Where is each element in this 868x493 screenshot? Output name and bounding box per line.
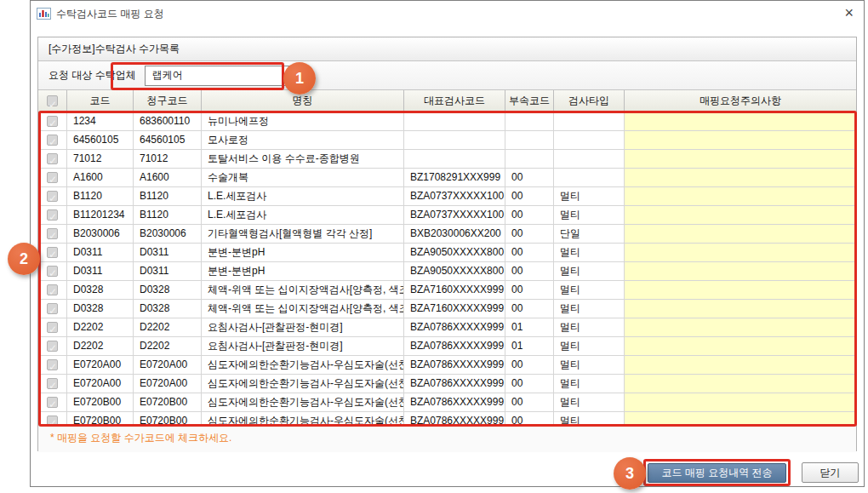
row-checkbox-icon[interactable] xyxy=(47,228,58,239)
col-header-bill_code[interactable]: 청구코드 xyxy=(134,90,202,112)
cell-note xyxy=(625,412,856,425)
row-checkbox-cell[interactable] xyxy=(38,281,67,299)
row-checkbox-cell[interactable] xyxy=(38,337,67,355)
cell-test_type: 멀티 xyxy=(554,412,625,425)
row-checkbox-cell[interactable] xyxy=(38,206,67,224)
row-checkbox-cell[interactable] xyxy=(38,356,67,374)
table-row[interactable]: B2030006B2030006기타혈액형검사[혈액형별 각각 산정]BXB20… xyxy=(38,225,856,244)
cell-name: 모사로정 xyxy=(202,131,404,149)
table-row[interactable]: D0328D0328체액-위액 또는 십이지장액검사[양측정, 색조BZA716… xyxy=(38,300,856,318)
cell-code: E0720B00 xyxy=(67,412,134,425)
table-row[interactable]: E0720B00E0720B00심도자에의한순환기능검사-우심도자술(선천성BZ… xyxy=(38,412,856,425)
row-checkbox-icon[interactable] xyxy=(47,247,58,258)
table-row[interactable]: 1234683600110뉴미나에프정 xyxy=(38,112,856,131)
table-row[interactable]: D0328D0328체액-위액 또는 십이지장액검사[양측정, 색조BZA716… xyxy=(38,281,856,300)
cell-code: E0720B00 xyxy=(67,393,134,411)
row-checkbox-cell[interactable] xyxy=(38,412,67,425)
row-checkbox-cell[interactable] xyxy=(38,393,67,411)
col-header-sub_code[interactable]: 부속코드 xyxy=(505,90,554,112)
row-checkbox-cell[interactable] xyxy=(38,225,67,243)
row-checkbox-icon[interactable] xyxy=(47,322,58,333)
col-header-test_type[interactable]: 검사타입 xyxy=(554,90,625,112)
cell-rep_code: BXB2030006XX200 xyxy=(404,225,505,243)
cell-bill_code: B1120 xyxy=(134,206,202,224)
col-header-note[interactable]: 매핑요청주의사항 xyxy=(625,90,856,112)
cell-name: 뉴미나에프정 xyxy=(202,112,404,130)
select-all-checkbox-cell[interactable] xyxy=(38,90,67,112)
cell-note xyxy=(625,150,856,168)
table-row[interactable]: D0311D0311분변-분변pHBZA9050XXXXX80000멀티 xyxy=(38,262,856,281)
cell-note xyxy=(625,281,856,299)
cell-test_type: 멀티 xyxy=(554,356,625,374)
annotation-badge-1: 1 xyxy=(283,62,316,95)
col-header-rep_code[interactable]: 대표검사코드 xyxy=(404,90,505,112)
row-checkbox-cell[interactable] xyxy=(38,244,67,261)
cell-rep_code xyxy=(404,112,505,130)
table-row[interactable]: B11201234B1120L.E.세포검사BZA0737XXXXX10000멀… xyxy=(38,206,856,225)
cell-name: L.E.세포검사 xyxy=(202,187,404,205)
table-row[interactable]: 6456010564560105모사로정 xyxy=(38,131,856,150)
row-checkbox-icon[interactable] xyxy=(47,284,58,295)
row-checkbox-icon[interactable] xyxy=(47,341,58,352)
cell-rep_code: BZ1708291XXX999 xyxy=(404,169,505,186)
table-row[interactable]: D0311D0311분변-분변pHBZA9050XXXXX80000멀티 xyxy=(38,244,856,262)
cell-note xyxy=(625,244,856,261)
row-checkbox-icon[interactable] xyxy=(47,416,58,425)
table-row[interactable]: E0720A00E0720A00심도자에의한순환기능검사-우심도자술(선천성BZ… xyxy=(38,375,856,393)
row-checkbox-icon[interactable] xyxy=(47,378,58,389)
cell-code: E0720A00 xyxy=(67,375,134,393)
row-checkbox-cell[interactable] xyxy=(38,112,67,130)
cell-bill_code: D0311 xyxy=(134,262,202,280)
row-checkbox-cell[interactable] xyxy=(38,150,67,168)
close-icon[interactable]: × xyxy=(844,4,854,21)
row-checkbox-icon[interactable] xyxy=(47,359,58,370)
table-row[interactable]: E0720A00E0720A00심도자에의한순환기능검사-우심도자술(선천성BZ… xyxy=(38,356,856,375)
row-checkbox-cell[interactable] xyxy=(38,187,67,205)
select-all-checkbox-icon[interactable] xyxy=(47,95,58,106)
row-checkbox-cell[interactable] xyxy=(38,262,67,280)
cell-sub_code: 01 xyxy=(505,318,554,336)
row-checkbox-cell[interactable] xyxy=(38,375,67,393)
row-checkbox-icon[interactable] xyxy=(47,397,58,408)
cell-name: 분변-분변pH xyxy=(202,244,404,261)
cell-sub_code: 00 xyxy=(505,262,554,280)
cell-sub_code: 00 xyxy=(505,375,554,393)
table-row[interactable]: D2202D2202요침사검사-[관찰판정-현미경]BZA0786XXXXX99… xyxy=(38,337,856,356)
row-checkbox-cell[interactable] xyxy=(38,318,67,336)
cell-note xyxy=(625,225,856,243)
row-checkbox-icon[interactable] xyxy=(47,303,58,314)
cell-note xyxy=(625,206,856,224)
table-row[interactable]: B1120B1120L.E.세포검사BZA0737XXXXX10000멀티 xyxy=(38,187,856,206)
row-checkbox-cell[interactable] xyxy=(38,131,67,149)
table-row[interactable]: E0720B00E0720B00심도자에의한순환기능검사-우심도자술(선천성BZ… xyxy=(38,393,856,412)
cell-sub_code: 00 xyxy=(505,393,554,411)
row-checkbox-cell[interactable] xyxy=(38,169,67,186)
cell-note xyxy=(625,318,856,336)
row-checkbox-icon[interactable] xyxy=(47,191,58,202)
table-row[interactable]: D2202D2202요침사검사-[관찰판정-현미경]BZA0786XXXXX99… xyxy=(38,318,856,337)
row-checkbox-icon[interactable] xyxy=(47,135,58,146)
send-mapping-request-button[interactable]: 코드 매핑 요청내역 전송 xyxy=(648,463,786,483)
cell-sub_code: 01 xyxy=(505,337,554,355)
cell-test_type: 멀티 xyxy=(554,300,625,318)
cell-test_type: 멀티 xyxy=(554,206,625,224)
cell-note xyxy=(625,262,856,280)
row-checkbox-cell[interactable] xyxy=(38,300,67,318)
row-checkbox-icon[interactable] xyxy=(47,209,58,221)
cell-test_type: 멀티 xyxy=(554,262,625,280)
col-header-code[interactable]: 코드 xyxy=(67,90,134,112)
row-checkbox-icon[interactable] xyxy=(47,172,58,183)
table-row[interactable]: A1600A1600수술개복BZ1708291XXX99900 xyxy=(38,169,856,187)
cell-test_type: 멀티 xyxy=(554,375,625,393)
row-checkbox-icon[interactable] xyxy=(47,266,58,277)
cell-sub_code: 00 xyxy=(505,169,554,186)
row-checkbox-icon[interactable] xyxy=(47,153,58,164)
close-button[interactable]: 닫기 xyxy=(802,462,859,483)
cell-sub_code xyxy=(505,131,554,149)
table-row[interactable]: 7101271012토탈서비스 이용 수수료-종합병원 xyxy=(38,150,856,169)
row-checkbox-icon[interactable] xyxy=(47,116,58,127)
cell-bill_code: E0720A00 xyxy=(134,356,202,374)
cell-bill_code: A1600 xyxy=(134,169,202,186)
vendor-filter-label: 요청 대상 수탁업체 xyxy=(49,68,136,83)
cell-note xyxy=(625,375,856,393)
